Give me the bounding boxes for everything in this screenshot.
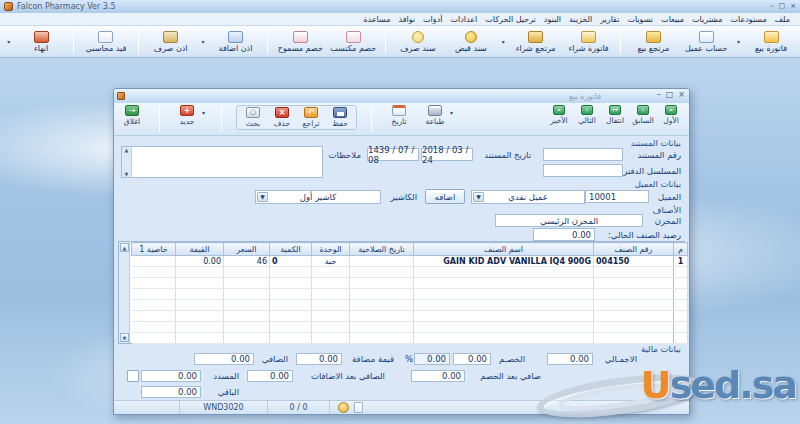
warehouse-field[interactable]: المخزن الرئيسي — [495, 214, 643, 227]
grid-header-cell[interactable]: تاريخ الصلاحية — [350, 243, 414, 256]
nav-button[interactable]: ‹ التالي — [573, 105, 601, 125]
chevron-down-icon[interactable]: ▾ — [7, 38, 10, 45]
discount-field[interactable]: 0.00 — [453, 353, 491, 365]
scroll-up-icon[interactable]: ▲ — [120, 243, 129, 252]
nav-button[interactable]: ↔ انتقال — [601, 105, 629, 125]
menu-item[interactable]: الخزينة — [565, 15, 596, 24]
customer-code-input[interactable] — [585, 190, 649, 203]
chevron-down-icon[interactable]: ▾ — [202, 38, 205, 45]
grid-header-cell[interactable]: م — [674, 243, 688, 256]
menu-item[interactable]: مستودعات — [727, 15, 771, 24]
close-button[interactable]: اغلاق — [119, 105, 145, 126]
net-field[interactable]: 0.00 — [194, 353, 254, 365]
chevron-down-icon[interactable]: ▾ — [202, 109, 205, 116]
grid-empty-row[interactable] — [132, 300, 688, 311]
toolbar-button[interactable]: مرتجع بيع — [630, 31, 676, 53]
nav-button[interactable]: › السابق — [629, 105, 657, 125]
toolbar-button[interactable]: خصم مسموح — [277, 31, 323, 53]
grid-header-cell[interactable]: رقم الصنف — [594, 243, 674, 256]
grid-header-cell[interactable]: خاصية 1 — [132, 243, 176, 256]
add-customer-button[interactable]: اضافه — [425, 189, 465, 204]
unit-cell[interactable]: حبة — [312, 256, 350, 267]
toolbar-button[interactable]: مرتجع شراء — [513, 31, 559, 53]
chevron-down-icon[interactable]: ▼ — [473, 192, 484, 202]
search-button[interactable]: بحث — [240, 107, 266, 128]
menu-item[interactable]: مبيعات — [657, 15, 688, 24]
close-icon[interactable]: × — [678, 91, 685, 99]
minimize-icon[interactable]: – — [770, 3, 774, 10]
toolbar-button[interactable]: اذن صرف — [148, 31, 194, 53]
delete-button[interactable]: حذف — [269, 107, 295, 128]
doc-no-input[interactable] — [543, 148, 623, 161]
chevron-down-icon[interactable]: ▾ — [450, 109, 453, 116]
net-after-discount-field[interactable]: 0.00 — [411, 370, 465, 382]
toolbar-button[interactable]: فاتورة بيع — [748, 31, 794, 53]
new-button[interactable]: جديد — [174, 105, 200, 126]
maximize-icon[interactable]: □ — [779, 3, 786, 10]
grid-empty-row[interactable] — [132, 311, 688, 322]
menu-item[interactable]: مساعدة — [359, 15, 394, 24]
maximize-icon[interactable]: □ — [666, 91, 674, 99]
grid-header-cell[interactable]: السعر — [224, 243, 270, 256]
menu-item[interactable]: تقارير — [596, 15, 623, 24]
toolbar-button[interactable]: سند صرف — [395, 31, 441, 53]
date-button[interactable]: تاريخ — [386, 105, 412, 126]
total-field[interactable]: 0.00 — [547, 353, 593, 365]
item-no-cell[interactable]: 004150 — [594, 256, 674, 267]
expiry-cell[interactable] — [350, 256, 414, 267]
grid-scrollbar[interactable]: ▲ ▼ — [119, 242, 130, 343]
vat-field[interactable]: 0.00 — [296, 353, 342, 365]
customer-name-combobox[interactable]: عميل نقدي ▼ — [471, 190, 585, 204]
grid-empty-row[interactable] — [132, 322, 688, 333]
serial-input[interactable] — [543, 164, 623, 177]
doc-date-gregorian[interactable]: 2018 / 03 / 24 — [421, 148, 473, 161]
page-icon[interactable] — [354, 402, 363, 413]
nav-button[interactable]: » الأول — [657, 105, 685, 125]
chevron-down-icon[interactable]: ▾ — [737, 38, 740, 45]
row-index-cell[interactable]: 1 — [674, 256, 688, 267]
net-after-additions-field[interactable]: 0.00 — [247, 370, 293, 382]
pencil-icon[interactable] — [338, 402, 349, 413]
menu-item[interactable]: اعدادات — [446, 15, 481, 24]
remaining-field[interactable]: 0.00 — [141, 386, 201, 398]
quantity-cell-selected[interactable]: 0 — [270, 256, 312, 267]
grid-empty-row[interactable] — [132, 333, 688, 344]
grid-header-cell[interactable]: الوحدة — [312, 243, 350, 256]
toolbar-button[interactable]: سند قبض — [448, 31, 494, 53]
print-button[interactable]: طباعة — [422, 105, 448, 126]
nav-button[interactable]: « الأخير — [545, 105, 573, 125]
minimize-icon[interactable]: – — [657, 91, 661, 99]
grid-header-cell[interactable]: اسم الصنف — [414, 243, 594, 256]
paid-browse-button[interactable] — [127, 370, 139, 382]
attr1-cell[interactable] — [132, 256, 176, 267]
chevron-down-icon[interactable]: ▾ — [502, 38, 505, 45]
notes-textarea[interactable]: ▲▼ — [121, 146, 323, 178]
chevron-down-icon[interactable]: ▼ — [257, 192, 268, 202]
menu-item[interactable]: ملف — [771, 15, 794, 24]
toolbar-button[interactable]: حساب عميل — [683, 31, 729, 53]
menu-item[interactable]: مشتريات — [688, 15, 726, 24]
toolbar-button[interactable]: انهاء — [18, 31, 64, 53]
undo-button[interactable]: تراجع — [298, 107, 324, 128]
price-cell[interactable]: 46 — [224, 256, 270, 267]
close-icon[interactable]: × — [790, 3, 796, 10]
discount-percent-field[interactable]: 0.00 — [414, 353, 450, 365]
toolbar-button[interactable]: فاتورة شراء — [566, 31, 612, 53]
grid-empty-row[interactable] — [132, 278, 688, 289]
grid-empty-row[interactable] — [132, 289, 688, 300]
grid-header-cell[interactable]: الكمية — [270, 243, 312, 256]
save-button[interactable]: حفظ — [327, 107, 353, 128]
invoice-titlebar[interactable]: فاتورة بيع – □ × — [114, 89, 689, 103]
toolbar-button[interactable]: خصم مكتسب — [330, 31, 376, 53]
grid-empty-row[interactable] — [132, 267, 688, 278]
menu-item[interactable]: تسويات — [623, 15, 657, 24]
notes-scrollbar[interactable]: ▲▼ — [122, 147, 132, 177]
scroll-down-icon[interactable]: ▼ — [120, 333, 129, 342]
menu-item[interactable]: نوافذ — [394, 15, 419, 24]
menu-item[interactable]: البنود — [540, 15, 565, 24]
menu-item[interactable]: أدوات — [419, 15, 446, 24]
paid-field[interactable]: 0.00 — [141, 370, 201, 382]
menu-item[interactable]: ترحيل الحركات — [481, 15, 540, 24]
toolbar-button[interactable]: اذن اضافة — [213, 31, 259, 53]
cashier-combobox[interactable]: كاشير أول ▼ — [255, 190, 381, 204]
